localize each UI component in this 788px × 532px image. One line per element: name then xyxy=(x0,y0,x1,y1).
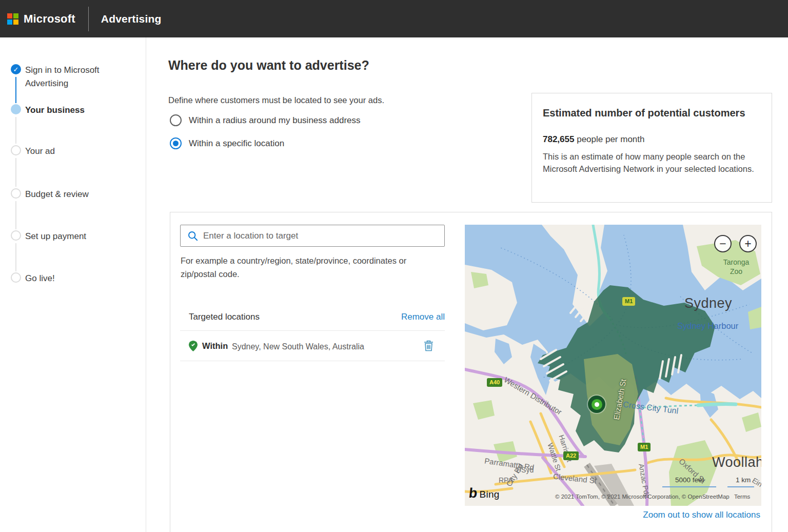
step-connector xyxy=(15,201,16,229)
location-search-input[interactable] xyxy=(203,231,444,241)
step-label: Sign in to Microsoft Advertising xyxy=(25,64,128,91)
step-connector xyxy=(15,243,16,271)
estimate-value: 782,655 xyxy=(543,134,574,144)
logo-square-yellow xyxy=(13,19,18,25)
scale-km-label: 1 km xyxy=(736,476,751,484)
location-pin-icon xyxy=(189,341,198,351)
radio-specific-location-option[interactable]: Within a specific location xyxy=(170,137,284,149)
scale-km-bar xyxy=(727,486,754,487)
logo-square-green xyxy=(13,13,18,18)
bing-map[interactable]: Sydney Sydney Harbour Taronga Zoo Woolla… xyxy=(465,225,761,506)
estimate-box: Estimated number of potential customers … xyxy=(531,93,772,203)
estimate-value-line: 782,655 people per month xyxy=(543,134,761,145)
radio-radius-option[interactable]: Within a radius around my business addre… xyxy=(170,114,361,126)
scale-feet-label: 5000 feet xyxy=(675,476,704,484)
targeted-locations-header: Targeted locations xyxy=(189,312,260,322)
route-shield-m1-top: M1 xyxy=(622,297,635,306)
zoom-out-all-locations-link[interactable]: Zoom out to show all locations xyxy=(643,510,760,520)
step-completed-check-icon: ✓ xyxy=(11,64,21,74)
search-icon xyxy=(188,231,198,241)
delete-location-button[interactable] xyxy=(424,340,434,353)
radio-unselected-icon[interactable] xyxy=(170,114,182,126)
remove-all-link[interactable]: Remove all xyxy=(401,312,445,322)
step-connector xyxy=(15,158,16,187)
radio-label[interactable]: Within a radius around my business addre… xyxy=(189,115,361,126)
step-label: Go live! xyxy=(25,272,128,285)
bing-b-icon: b xyxy=(468,485,478,501)
search-hint: For example a country/region, state/prov… xyxy=(181,254,440,281)
top-app-bar: Microsoft Advertising xyxy=(0,0,788,37)
bing-wordmark: Bing xyxy=(480,489,500,500)
trash-icon xyxy=(424,340,434,351)
location-targeting-panel: For example a country/region, state/prov… xyxy=(170,212,772,532)
brand-name: Microsoft xyxy=(24,12,75,26)
page-title: Where do you want to advertise? xyxy=(168,58,369,73)
route-shield-m1-bottom: M1 xyxy=(638,443,651,451)
scale-feet-bar xyxy=(662,486,716,487)
microsoft-logo-icon xyxy=(7,13,18,25)
route-shield-a22: A22 xyxy=(563,451,579,460)
terms-link[interactable]: Terms xyxy=(734,494,750,500)
step-upcoming-circle xyxy=(11,272,21,283)
page-subtitle: Define where customers must be located t… xyxy=(168,95,384,105)
map-copyright: © 2021 TomTom, © 2021 Microsoft Corporat… xyxy=(555,494,750,500)
step-label: Your ad xyxy=(25,145,128,158)
location-name: Sydney, New South Wales, Australia xyxy=(232,342,364,351)
route-shield-a40: A40 xyxy=(487,378,502,387)
step-upcoming-circle xyxy=(11,145,21,155)
step-label: Set up payment xyxy=(25,230,128,243)
step-label: Your business xyxy=(25,104,128,117)
topbar-divider xyxy=(88,7,89,31)
location-search-box[interactable] xyxy=(180,225,445,247)
copyright-text: © 2021 TomTom, © 2021 Microsoft Corporat… xyxy=(555,494,730,500)
estimate-description: This is an estimate of how many people s… xyxy=(543,151,761,175)
location-qualifier: Within xyxy=(202,341,228,351)
step-current-dot xyxy=(11,104,21,114)
map-canvas xyxy=(465,225,761,506)
location-marker xyxy=(588,396,605,413)
logo-square-red xyxy=(7,13,12,18)
step-label: Budget & review xyxy=(25,188,128,201)
product-name: Advertising xyxy=(101,13,162,25)
setup-stepper: ✓ Sign in to Microsoft Advertising Your … xyxy=(0,37,146,532)
targeted-location-row: Within Sydney, New South Wales, Australi… xyxy=(189,339,445,358)
radio-label[interactable]: Within a specific location xyxy=(189,139,284,149)
estimate-suffix: people per month xyxy=(574,134,644,144)
radio-selected-icon[interactable] xyxy=(170,137,182,149)
bing-logo: b Bing xyxy=(469,485,500,501)
step-upcoming-circle xyxy=(11,230,21,241)
map-zoom-in-button[interactable]: + xyxy=(739,235,757,252)
divider xyxy=(180,361,445,361)
divider xyxy=(180,330,445,331)
logo-square-blue xyxy=(7,19,12,25)
step-connector xyxy=(15,117,16,144)
estimate-title: Estimated number of potential customers xyxy=(543,107,761,119)
map-zoom-out-button[interactable]: − xyxy=(714,235,732,252)
step-connector xyxy=(15,77,16,103)
step-upcoming-circle xyxy=(11,188,21,199)
